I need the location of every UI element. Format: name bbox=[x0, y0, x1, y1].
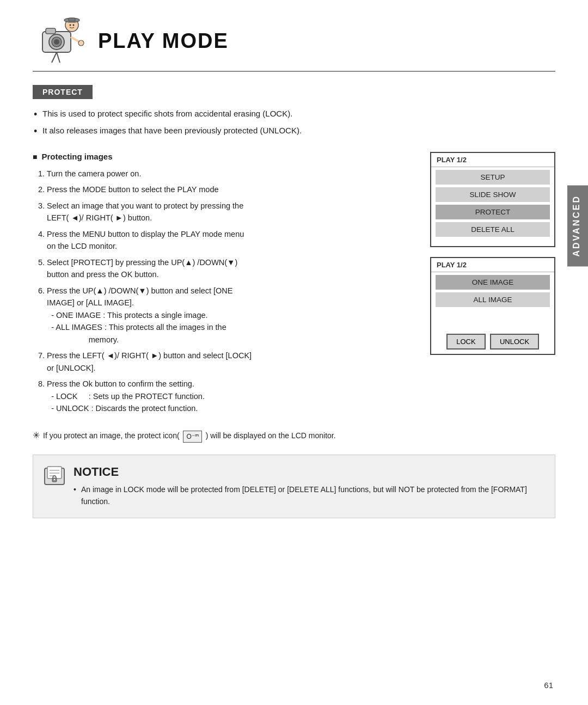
header-divider bbox=[33, 71, 555, 72]
svg-point-20 bbox=[54, 479, 55, 480]
notice-title: NOTICE bbox=[74, 465, 542, 479]
menu-item-slideshow: SLIDE SHOW bbox=[436, 187, 550, 202]
step-3: 3. Select an image that you want to prot… bbox=[33, 200, 414, 224]
notice-paragraph: An image in LOCK mode will be protected … bbox=[74, 483, 542, 508]
page: PLAY MODE PROTECT This is used to protec… bbox=[0, 0, 588, 705]
notice-content: NOTICE An image in LOCK mode will be pro… bbox=[74, 465, 542, 508]
svg-point-13 bbox=[78, 40, 84, 46]
menu-item-deleteall: DELETE ALL bbox=[436, 222, 550, 237]
left-column: Protecting images 1. Turn the camera pow… bbox=[33, 152, 414, 418]
notice-box: NOTICE An image in LOCK mode will be pro… bbox=[33, 455, 555, 518]
advanced-tab: ADVANCED bbox=[567, 185, 588, 266]
right-column: PLAY 1/2 SETUP SLIDE SHOW PROTECT DELETE… bbox=[430, 152, 555, 418]
svg-point-4 bbox=[54, 39, 59, 45]
section-heading: Protecting images bbox=[33, 152, 414, 161]
page-title: PLAY MODE bbox=[98, 29, 229, 53]
menu-box-2-header: PLAY 1/2 bbox=[431, 258, 554, 272]
svg-point-8 bbox=[70, 24, 71, 26]
menu-item-oneimage: ONE IMAGE bbox=[436, 275, 550, 290]
step-7: 7. Press the LEFT( ◄)/ RIGHT( ►) button … bbox=[33, 350, 414, 374]
svg-rect-7 bbox=[69, 18, 75, 21]
step-8: 8. Press the Ok button to confirm the se… bbox=[33, 378, 414, 414]
unlock-button[interactable]: UNLOCK bbox=[490, 334, 539, 350]
menu-item-setup: SETUP bbox=[436, 170, 550, 185]
lock-unlock-row: LOCK UNLOCK bbox=[431, 329, 554, 354]
notice-icon bbox=[43, 465, 66, 488]
step-2: 2. Press the MODE button to select the P… bbox=[33, 183, 414, 195]
page-header: PLAY MODE bbox=[33, 16, 555, 65]
step-1: 1. Turn the camera power on. bbox=[33, 168, 414, 180]
svg-line-11 bbox=[57, 52, 60, 63]
menu-item-protect: PROTECT bbox=[436, 205, 550, 219]
notice-text: An image in LOCK mode will be protected … bbox=[74, 483, 542, 508]
menu-item-allimage: ALL IMAGE bbox=[436, 292, 550, 307]
footer-note-text: If you protect an image, the protect ico… bbox=[43, 430, 336, 442]
bullet-item: It also releases images that have been p… bbox=[33, 125, 555, 137]
footer-note: ✳ If you protect an image, the protect i… bbox=[33, 429, 555, 442]
step-4: 4. Press the MENU button to display the … bbox=[33, 228, 414, 253]
menu-box-1: PLAY 1/2 SETUP SLIDE SHOW PROTECT DELETE… bbox=[430, 152, 555, 247]
svg-point-9 bbox=[73, 24, 75, 26]
star-symbol: ✳ bbox=[33, 429, 40, 442]
main-content: Protecting images 1. Turn the camera pow… bbox=[33, 152, 555, 418]
intro-bullets: This is used to protect specific shots f… bbox=[33, 108, 555, 137]
step-5: 5. Select [PROTECT] by pressing the UP(▲… bbox=[33, 256, 414, 281]
menu-box-2: PLAY 1/2 ONE IMAGE ALL IMAGE LOCK UNLOCK bbox=[430, 257, 555, 355]
mascot-icon bbox=[33, 16, 87, 65]
bullet-item: This is used to protect specific shots f… bbox=[33, 108, 555, 120]
svg-rect-15 bbox=[47, 467, 62, 479]
lock-button[interactable]: LOCK bbox=[446, 334, 486, 350]
svg-line-10 bbox=[52, 52, 57, 63]
protect-icon-inline: O⁻ᵐ bbox=[183, 431, 201, 443]
page-number: 61 bbox=[544, 681, 553, 690]
protect-badge: PROTECT bbox=[33, 85, 93, 99]
svg-rect-1 bbox=[46, 28, 56, 34]
step-6: 6. Press the UP(▲) /DOWN(▼) button and s… bbox=[33, 285, 414, 346]
steps-list: 1. Turn the camera power on. 2. Press th… bbox=[33, 168, 414, 414]
menu-box-1-header: PLAY 1/2 bbox=[431, 153, 554, 167]
